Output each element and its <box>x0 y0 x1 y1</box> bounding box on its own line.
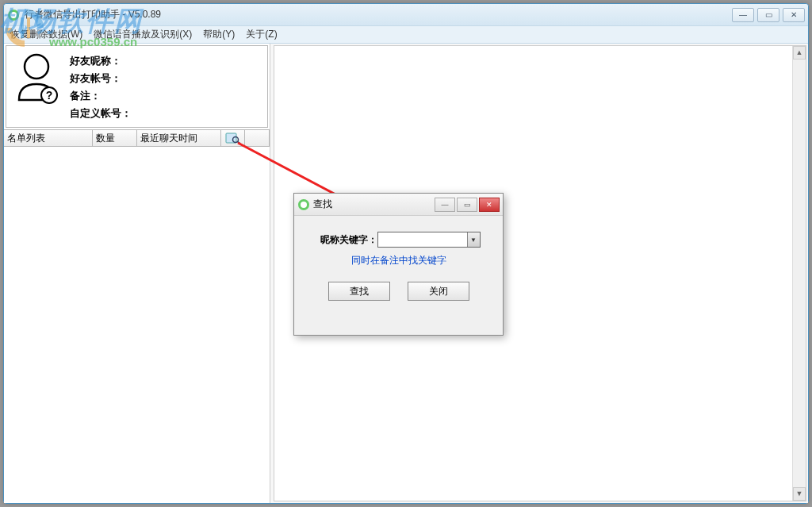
close-button[interactable]: 关闭 <box>408 282 469 301</box>
col-header-qty[interactable]: 数量 <box>93 130 137 146</box>
keyword-label: 昵称关键字： <box>317 233 377 247</box>
friend-info-lines: 好友昵称： 好友帐号： 备注： 自定义帐号： <box>70 51 261 122</box>
window-controls: — ▭ ✕ <box>732 8 805 22</box>
col-header-spacer <box>245 130 270 146</box>
maximize-button[interactable]: ▭ <box>757 8 779 22</box>
scroll-up-icon[interactable]: ▲ <box>793 46 806 60</box>
svg-point-1 <box>10 12 17 18</box>
scrollbar-track[interactable] <box>793 60 806 487</box>
col-header-search-button[interactable] <box>221 130 245 146</box>
search-button[interactable]: 查找 <box>328 282 390 301</box>
col-header-time[interactable]: 最近聊天时间 <box>137 130 221 146</box>
col-header-name[interactable]: 名单列表 <box>4 130 93 146</box>
search-dialog: 查找 — ▭ ✕ 昵称关键字： ▼ 同时在备注中找关键字 查找 关闭 <box>293 193 504 336</box>
table-body[interactable] <box>4 147 270 503</box>
keyword-combobox[interactable]: ▼ <box>377 232 481 248</box>
keyword-row: 昵称关键字： ▼ <box>317 232 481 248</box>
table-header: 名单列表 数量 最近聊天时间 <box>4 129 270 147</box>
menu-restore[interactable]: 恢复删除数据(W) <box>10 28 82 41</box>
dialog-title: 查找 <box>313 198 435 211</box>
menu-about[interactable]: 关于(Z) <box>246 28 277 41</box>
titlebar: 行者微信导出打印助手 - V5.0.89 — ▭ ✕ <box>4 4 808 26</box>
app-icon <box>7 9 20 21</box>
dialog-controls: — ▭ ✕ <box>435 198 500 212</box>
dialog-buttons: 查找 关闭 <box>328 282 469 301</box>
friend-info-box: ? 好友昵称： 好友帐号： 备注： 自定义帐号： <box>6 45 268 128</box>
svg-point-10 <box>301 202 307 208</box>
close-button[interactable]: ✕ <box>783 8 805 22</box>
menu-help[interactable]: 帮助(Y) <box>203 28 235 41</box>
svg-rect-5 <box>226 133 236 143</box>
dialog-app-icon <box>297 198 310 211</box>
dialog-minimize-button[interactable]: — <box>435 198 455 212</box>
menu-voice[interactable]: 微信语音播放及识别(X) <box>94 28 192 41</box>
left-panel: ? 好友昵称： 好友帐号： 备注： 自定义帐号： 名单列表 数量 最近聊天时间 <box>4 44 270 503</box>
nickname-label: 好友昵称： <box>70 56 121 67</box>
window-title: 行者微信导出打印助手 - V5.0.89 <box>25 8 732 21</box>
svg-point-2 <box>25 55 48 79</box>
dialog-maximize-button[interactable]: ▭ <box>457 198 477 212</box>
dialog-body: 昵称关键字： ▼ 同时在备注中找关键字 查找 关闭 <box>294 216 503 335</box>
chevron-down-icon[interactable]: ▼ <box>467 232 480 247</box>
dialog-titlebar: 查找 — ▭ ✕ <box>294 194 503 216</box>
minimize-button[interactable]: — <box>732 8 754 22</box>
remark-label: 备注： <box>70 90 101 102</box>
search-remark-link[interactable]: 同时在备注中找关键字 <box>351 254 446 267</box>
scroll-down-icon[interactable]: ▼ <box>793 487 806 501</box>
search-icon <box>225 133 241 144</box>
vertical-scrollbar[interactable]: ▲ ▼ <box>792 46 806 501</box>
svg-text:?: ? <box>46 89 53 102</box>
svg-line-7 <box>237 142 240 144</box>
keyword-input[interactable] <box>378 232 467 247</box>
menubar: 恢复删除数据(W) 微信语音播放及识别(X) 帮助(Y) 关于(Z) <box>4 26 808 44</box>
custom-label: 自定义帐号： <box>70 108 132 119</box>
avatar-icon: ? <box>13 51 60 106</box>
dialog-close-button[interactable]: ✕ <box>479 198 500 212</box>
account-label: 好友帐号： <box>70 73 121 84</box>
